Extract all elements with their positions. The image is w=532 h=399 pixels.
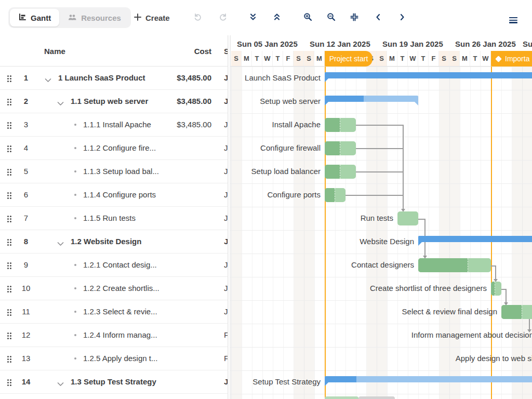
task-bar[interactable]: [325, 118, 356, 132]
task-start-clipped: J: [224, 143, 228, 152]
partial-task-bar: [358, 396, 395, 399]
leaf-bullet-icon: [74, 287, 76, 289]
task-row[interactable]: 11 Launch SaaS Product$3,485.00J: [0, 66, 228, 90]
day-header-cell: M: [242, 51, 252, 66]
drag-handle-icon[interactable]: [7, 192, 9, 194]
drag-handle-icon[interactable]: [7, 75, 9, 77]
day-header-cell: S: [377, 51, 387, 66]
shift-previous-button[interactable]: [369, 8, 388, 27]
row-line: [231, 230, 532, 231]
drag-handle-icon[interactable]: [7, 356, 9, 357]
parent-bar-right-cap: [414, 101, 418, 105]
task-row[interactable]: 21.1 Setup web server$3,485.00J: [0, 90, 228, 113]
parent-task-bar[interactable]: [325, 376, 532, 382]
view-switcher: Gantt Resources: [8, 7, 131, 28]
parent-task-bar[interactable]: [325, 96, 418, 102]
task-row[interactable]: 111.2.3 Select & revie...J: [0, 300, 228, 324]
chevron-down-icon[interactable]: [57, 379, 64, 384]
task-name: 1.1.4 Configure ports: [83, 190, 156, 199]
task-row[interactable]: 71.1.5 Run testsJ: [0, 207, 228, 230]
grid-line: [252, 66, 252, 399]
task-bar[interactable]: [397, 211, 418, 225]
redo-button[interactable]: [214, 8, 232, 27]
week-header-label: Sun 26 Jan 2025: [455, 39, 516, 48]
drag-handle-icon[interactable]: [7, 286, 9, 287]
parent-task-bar[interactable]: [325, 72, 532, 78]
drag-handle-icon[interactable]: [7, 332, 9, 334]
leaf-bullet-icon: [74, 334, 76, 336]
partial-task-bar: [325, 396, 358, 399]
tab-resources-label: Resources: [81, 14, 121, 22]
chevron-down-icon[interactable]: [45, 75, 52, 81]
task-bar[interactable]: [418, 258, 491, 272]
menu-button[interactable]: [504, 8, 523, 27]
drag-handle-icon[interactable]: [7, 309, 9, 311]
task-row[interactable]: 51.1.3 Setup load bal...J: [0, 160, 228, 183]
day-header-cell: T: [252, 51, 262, 66]
day-header-cell: T: [470, 51, 481, 66]
task-row[interactable]: 61.1.4 Configure portsJ: [0, 183, 228, 207]
tab-gantt[interactable]: Gantt: [10, 9, 59, 26]
task-row[interactable]: 101.2.2 Create shortlis...J: [0, 277, 228, 300]
row-number: 13: [17, 354, 35, 363]
task-name: 1.2.3 Select & revie...: [83, 307, 157, 316]
drag-handle-icon[interactable]: [7, 239, 9, 241]
drag-handle-icon[interactable]: [7, 379, 9, 381]
column-header-start[interactable]: S: [224, 47, 228, 56]
parent-task-bar[interactable]: [418, 236, 532, 242]
row-number: 8: [17, 237, 35, 246]
project-start-marker[interactable]: Project start: [325, 51, 373, 66]
zoom-out-button[interactable]: [322, 8, 340, 27]
row-number: 11: [17, 307, 35, 316]
task-progress: [491, 282, 495, 296]
row-line: [231, 347, 532, 348]
task-row[interactable]: 121.2.4 Inform manag...F: [0, 324, 228, 347]
parent-progress: [418, 236, 532, 242]
drag-handle-icon[interactable]: [7, 122, 9, 124]
task-row[interactable]: 41.1.2 Configure fire...J: [0, 137, 228, 160]
expand-all-button[interactable]: [244, 8, 262, 27]
task-row[interactable]: 131.2.5 Apply design t...F: [0, 347, 228, 370]
tab-resources[interactable]: Resources: [59, 9, 129, 26]
drag-handle-icon[interactable]: [7, 99, 9, 100]
shift-next-button[interactable]: [393, 8, 411, 27]
zoom-in-button[interactable]: [298, 8, 317, 27]
task-bar[interactable]: [501, 305, 532, 319]
task-bar[interactable]: [325, 165, 356, 179]
drag-handle-icon[interactable]: [7, 216, 9, 217]
grid-line: [335, 66, 336, 399]
dependency-line: [418, 219, 424, 220]
task-bar[interactable]: [491, 282, 501, 296]
task-cost: $3,485.00: [177, 97, 211, 105]
drag-handle-icon[interactable]: [7, 262, 9, 264]
chevron-down-icon[interactable]: [57, 99, 64, 104]
chevron-left-icon: [375, 13, 382, 23]
collapse-all-button[interactable]: [268, 8, 286, 27]
redo-icon: [219, 12, 228, 23]
day-header-cell: F: [283, 51, 294, 66]
task-bar[interactable]: [325, 188, 345, 202]
header-border: [231, 66, 532, 66]
row-number: 6: [17, 190, 35, 199]
drag-handle-icon[interactable]: [7, 169, 9, 170]
grid-line: [314, 66, 315, 399]
task-row[interactable]: 31.1.1 Install Apache$3,485.00J: [0, 113, 228, 137]
column-header-cost[interactable]: Cost: [194, 47, 211, 56]
hamburger-icon: [509, 17, 517, 18]
task-row[interactable]: 81.2 Website DesignJ: [0, 230, 228, 254]
parent-progress: [325, 72, 532, 78]
plus-icon: [134, 14, 141, 22]
zoom-to-fit-button[interactable]: [345, 8, 364, 27]
column-header-name[interactable]: Name: [44, 47, 65, 56]
day-header-cell: S: [449, 51, 460, 66]
task-row[interactable]: 91.2.1 Contact desig...J: [0, 254, 228, 277]
important-date-marker[interactable]: Importa: [491, 51, 532, 66]
task-row[interactable]: 141.3 Setup Test StrategyJ: [0, 370, 228, 394]
parent-bar-left-cap: [325, 78, 329, 82]
create-button[interactable]: Create: [134, 8, 170, 27]
drag-handle-icon[interactable]: [7, 145, 9, 147]
chevron-down-icon[interactable]: [57, 239, 64, 244]
bar-label: Select & review final design: [402, 307, 497, 316]
task-bar[interactable]: [325, 141, 356, 155]
undo-button[interactable]: [188, 8, 207, 27]
